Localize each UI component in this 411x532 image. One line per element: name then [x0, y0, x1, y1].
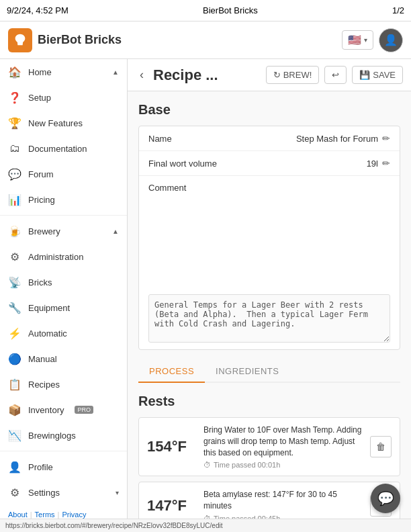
docs-icon: 🗂: [8, 142, 21, 155]
sidebar-item-settings[interactable]: ⚙ Settings ▾: [0, 480, 127, 505]
sidebar-item-automatic[interactable]: ⚡ Automatic: [0, 320, 127, 346]
brew-icon: ↻: [273, 70, 281, 80]
sidebar-label-administration: Administration: [28, 252, 83, 262]
sidebar-label-manual: Manual: [28, 354, 57, 364]
sidebar-divider-1: [0, 215, 127, 216]
sidebar-label-inventory: Inventory: [28, 405, 64, 415]
tab-process[interactable]: PROCESS: [138, 361, 205, 383]
brew-label: BREW!: [283, 70, 312, 80]
rest-card-1: 147°F Beta amylase rest: 147°F for 30 to…: [138, 482, 400, 519]
sidebar-divider-2: [0, 451, 127, 451]
final-wort-label: Final wort volume: [148, 159, 256, 169]
pro-badge: PRO: [75, 406, 93, 414]
home-icon: 🏠: [8, 65, 21, 79]
sidebar-item-home[interactable]: 🏠 Home ▲: [0, 59, 127, 85]
save-button[interactable]: 💾 SAVE: [352, 66, 403, 84]
comment-label: Comment: [148, 183, 186, 290]
name-value-container: Step Mash for Forum ✏: [256, 133, 390, 144]
sidebar-label-brewery: Brewery: [28, 226, 60, 236]
rest-card-0: 154°F Bring Water to 10F over Mash Temp.…: [138, 417, 400, 476]
sidebar-item-inventory[interactable]: 📦 Inventory PRO: [0, 397, 127, 423]
trophy-icon: 🏆: [8, 116, 21, 130]
terms-link[interactable]: Terms: [35, 511, 55, 519]
final-wort-edit-icon[interactable]: ✏: [382, 158, 390, 169]
privacy-link[interactable]: Privacy: [62, 511, 86, 519]
recipe-tabs: PROCESS INGREDIENTS: [138, 361, 400, 383]
sidebar-item-setup[interactable]: ❓ Setup: [0, 85, 127, 110]
sidebar-item-forum[interactable]: 💬 Forum: [0, 161, 127, 187]
sidebar-item-recipes[interactable]: 📋 Recipes: [0, 371, 127, 397]
comment-textarea[interactable]: [148, 294, 390, 343]
final-wort-row: Final wort volume 19l ✏: [139, 151, 400, 176]
sidebar-item-brewinglogs[interactable]: 📉 Brewinglogs: [0, 423, 127, 448]
language-selector[interactable]: 🇺🇸 ▾: [342, 30, 373, 50]
tab-ingredients[interactable]: INGREDIENTS: [205, 361, 289, 382]
rest-desc-0: Bring Water to 10F over Mash Temp. Addin…: [203, 425, 362, 458]
sidebar-label-brewinglogs: Brewinglogs: [28, 431, 76, 441]
rest-delete-0[interactable]: 🗑: [370, 436, 392, 457]
recipes-icon: 📋: [8, 378, 21, 391]
undo-button[interactable]: ↩: [324, 66, 347, 84]
top-bar-page: 1/2: [392, 5, 404, 15]
chevron-down-icon-settings: ▾: [116, 489, 119, 496]
recipe-content: Base Name Step Mash for Forum ✏ Final wo…: [128, 91, 411, 519]
avatar-button[interactable]: 👤: [379, 28, 403, 52]
rests-title: Rests: [138, 394, 400, 409]
name-edit-icon[interactable]: ✏: [382, 133, 390, 144]
bottom-bar: https://bricks.bierbot.com/#/brewery/rec…: [0, 519, 411, 532]
delete-icon-0: 🗑: [376, 441, 385, 452]
chevron-down-icon: ▾: [364, 36, 367, 44]
sidebar-label-automatic: Automatic: [28, 328, 67, 339]
brewery-icon: 🍺: [8, 224, 21, 238]
base-section-title: Base: [138, 102, 400, 118]
sidebar-item-profile[interactable]: 👤 Profile: [0, 454, 127, 480]
undo-icon: ↩: [332, 70, 339, 80]
header: BierBot Bricks 🇺🇸 ▾ 👤: [0, 21, 411, 59]
sidebar-label-settings: Settings: [28, 488, 60, 498]
sidebar-label-equipment: Equipment: [28, 303, 70, 313]
sidebar-item-brewery[interactable]: 🍺 Brewery ▲: [0, 218, 127, 244]
footer-url: https://bricks.bierbot.com/#/brewery/rec…: [5, 522, 222, 529]
back-button[interactable]: ‹: [136, 66, 148, 83]
final-wort-value-container: 19l ✏: [256, 158, 390, 169]
sidebar-item-administration[interactable]: ⚙ Administration: [0, 244, 127, 269]
recipe-title: Recipe ...: [153, 66, 261, 84]
about-link[interactable]: About: [8, 511, 28, 519]
base-table: Name Step Mash for Forum ✏ Final wort vo…: [138, 126, 400, 350]
main-content: ‹ Recipe ... ↻ BREW! ↩ 💾 SAVE Base Name: [128, 59, 411, 519]
save-icon: 💾: [359, 70, 370, 80]
top-bar: 9/2/24, 4:52 PM BierBot Bricks 1/2: [0, 0, 411, 21]
rest-time-1: ⏱ Time passed 00:45h: [203, 515, 362, 519]
rest-info-1: Beta amylase rest: 147°F for 30 to 45 mi…: [203, 489, 362, 519]
top-bar-datetime: 9/2/24, 4:52 PM: [7, 5, 68, 15]
logs-icon: 📉: [8, 429, 21, 442]
bricks-icon: 📡: [8, 275, 21, 289]
clock-icon-1: ⏱: [203, 515, 211, 519]
manual-icon: 🔵: [8, 352, 21, 365]
sidebar: 🏠 Home ▲ ❓ Setup 🏆 New Features 🗂 Docume…: [0, 59, 128, 519]
sidebar-item-documentation[interactable]: 🗂 Documentation: [0, 136, 127, 161]
sidebar-item-equipment[interactable]: 🔧 Equipment: [0, 295, 127, 320]
recipe-toolbar: ‹ Recipe ... ↻ BREW! ↩ 💾 SAVE: [128, 59, 411, 91]
rest-desc-1: Beta amylase rest: 147°F for 30 to 45 mi…: [203, 489, 362, 512]
rest-info-0: Bring Water to 10F over Mash Temp. Addin…: [203, 425, 362, 469]
logo-text: BierBot Bricks: [38, 33, 122, 47]
profile-icon: 👤: [8, 460, 21, 474]
brew-button[interactable]: ↻ BREW!: [266, 66, 320, 84]
sidebar-item-bricks[interactable]: 📡 Bricks: [0, 269, 127, 295]
forum-icon: 💬: [8, 167, 21, 181]
top-bar-title: BierBot Bricks: [203, 5, 258, 15]
rest-time-0: ⏱ Time passed 00:01h: [203, 461, 362, 469]
logo-icon: [8, 28, 32, 52]
setup-icon: ❓: [8, 91, 21, 104]
pricing-icon: 📊: [8, 193, 21, 206]
save-label: SAVE: [373, 70, 396, 80]
fab-button[interactable]: 💬: [371, 484, 400, 513]
sidebar-item-manual[interactable]: 🔵 Manual: [0, 346, 127, 371]
sidebar-label-forum: Forum: [28, 169, 54, 179]
sidebar-item-pricing[interactable]: 📊 Pricing: [0, 187, 127, 212]
layout: 🏠 Home ▲ ❓ Setup 🏆 New Features 🗂 Docume…: [0, 59, 411, 519]
rest-temp-0: 154°F: [147, 438, 195, 455]
sidebar-item-new-features[interactable]: 🏆 New Features: [0, 110, 127, 136]
sidebar-label-new-features: New Features: [28, 118, 83, 128]
